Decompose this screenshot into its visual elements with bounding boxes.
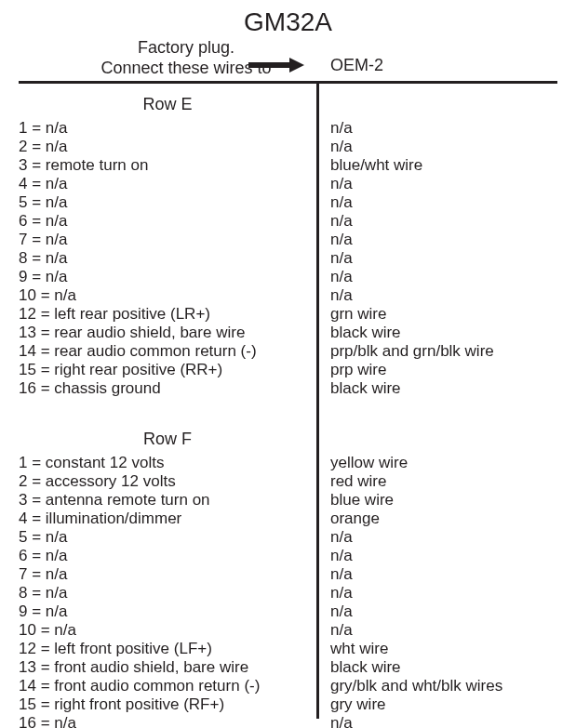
oem-value: n/a (316, 249, 353, 268)
table-row: 6 = n/an/a (19, 547, 557, 565)
pin-description: 4 = illumination/dimmer (19, 510, 316, 528)
pin-description: 14 = front audio common return (-) (19, 677, 316, 695)
row-e-heading: Row E (19, 95, 316, 114)
table-row: 10 = n/an/a (19, 286, 557, 305)
oem-value: prp/blk and grn/blk wire (316, 342, 494, 361)
table-row: 9 = n/an/a (19, 268, 557, 286)
oem-value: n/a (316, 621, 353, 640)
table-row: 2 = n/an/a (19, 138, 557, 156)
table-row: 12 = left front positive (LF+)wht wire (19, 640, 557, 658)
row-f-body: 1 = constant 12 voltsyellow wire2 = acce… (19, 454, 557, 728)
oem-value: n/a (316, 602, 353, 621)
pin-description: 7 = n/a (19, 565, 316, 584)
pin-description: 15 = right rear positive (RR+) (19, 361, 316, 379)
oem-value: n/a (316, 212, 353, 231)
table-row: 4 = illumination/dimmerorange (19, 510, 557, 528)
table-row: 15 = right rear positive (RR+)prp wire (19, 361, 557, 379)
pin-description: 16 = chassis ground (19, 379, 316, 398)
table-row: 6 = n/an/a (19, 212, 557, 231)
pin-description: 2 = n/a (19, 138, 316, 156)
oem-value: n/a (316, 268, 353, 286)
horizontal-rule (19, 81, 557, 84)
oem-value: n/a (316, 547, 353, 565)
oem-value: n/a (316, 565, 353, 584)
table-row: 5 = n/an/a (19, 528, 557, 547)
oem-value: n/a (316, 714, 353, 728)
pin-description: 15 = right front positive (RF+) (19, 695, 316, 714)
oem-value: blue/wht wire (316, 156, 422, 175)
oem-value: yellow wire (316, 454, 408, 472)
oem-value: n/a (316, 528, 353, 547)
pin-description: 1 = n/a (19, 119, 316, 138)
pin-description: 3 = remote turn on (19, 156, 316, 175)
factory-plug-line1: Factory plug. (138, 38, 234, 57)
oem-value: prp wire (316, 361, 386, 379)
pin-description: 4 = n/a (19, 175, 316, 193)
svg-marker-1 (289, 58, 304, 73)
oem-value: black wire (316, 379, 401, 398)
table-row: 8 = n/an/a (19, 249, 557, 268)
pin-description: 5 = n/a (19, 528, 316, 547)
pin-description: 12 = left front positive (LF+) (19, 640, 316, 658)
table-row: 9 = n/an/a (19, 602, 557, 621)
page-title: GM32A (0, 7, 576, 37)
pin-description: 13 = rear audio shield, bare wire (19, 324, 316, 342)
arrow-right-icon (248, 58, 304, 73)
oem-value: n/a (316, 193, 353, 212)
pin-description: 9 = n/a (19, 602, 316, 621)
table-row: 16 = chassis groundblack wire (19, 379, 557, 398)
oem-value: n/a (316, 584, 353, 602)
pin-description: 3 = antenna remote turn on (19, 491, 316, 510)
table-row: 3 = remote turn onblue/wht wire (19, 156, 557, 175)
oem-value: n/a (316, 231, 353, 249)
svg-rect-0 (248, 62, 289, 68)
oem-value: orange (316, 510, 380, 528)
table-row: 10 = n/an/a (19, 621, 557, 640)
table-row: 4 = n/an/a (19, 175, 557, 193)
oem-value: blue wire (316, 491, 394, 510)
pin-description: 10 = n/a (19, 621, 316, 640)
pin-description: 2 = accessory 12 volts (19, 472, 316, 491)
oem-value: black wire (316, 658, 401, 677)
oem-value: red wire (316, 472, 386, 491)
oem-value: n/a (316, 286, 353, 305)
table-row: 8 = n/an/a (19, 584, 557, 602)
pin-description: 5 = n/a (19, 193, 316, 212)
oem-value: n/a (316, 175, 353, 193)
table-row: 12 = left rear positive (LR+)grn wire (19, 305, 557, 324)
pin-description: 1 = constant 12 volts (19, 454, 316, 472)
table-row: 2 = accessory 12 voltsred wire (19, 472, 557, 491)
oem-value: n/a (316, 119, 353, 138)
table-row: 5 = n/an/a (19, 193, 557, 212)
pin-description: 13 = front audio shield, bare wire (19, 658, 316, 677)
row-f-heading: Row F (19, 430, 316, 449)
oem-value: black wire (316, 324, 401, 342)
pin-description: 16 = n/a (19, 714, 316, 728)
oem-value: wht wire (316, 640, 388, 658)
table-row: 13 = front audio shield, bare wireblack … (19, 658, 557, 677)
table-row: 14 = front audio common return (-)gry/bl… (19, 677, 557, 695)
oem-value: gry wire (316, 695, 386, 714)
row-e-body: 1 = n/an/a2 = n/an/a3 = remote turn onbl… (19, 119, 557, 398)
pin-description: 8 = n/a (19, 249, 316, 268)
oem-header: OEM-2 (330, 56, 383, 75)
factory-plug-line2: Connect these wires to (100, 59, 271, 77)
pin-description: 9 = n/a (19, 268, 316, 286)
oem-value: gry/blk and wht/blk wires (316, 677, 502, 695)
table-row: 1 = constant 12 voltsyellow wire (19, 454, 557, 472)
pin-description: 14 = rear audio common return (-) (19, 342, 316, 361)
table-row: 3 = antenna remote turn onblue wire (19, 491, 557, 510)
oem-value: grn wire (316, 305, 386, 324)
pin-description: 12 = left rear positive (LR+) (19, 305, 316, 324)
table-row: 16 = n/an/a (19, 714, 557, 728)
table-row: 7 = n/an/a (19, 565, 557, 584)
pin-description: 6 = n/a (19, 547, 316, 565)
oem-value: n/a (316, 138, 353, 156)
pin-description: 7 = n/a (19, 231, 316, 249)
pin-description: 8 = n/a (19, 584, 316, 602)
table-row: 1 = n/an/a (19, 119, 557, 138)
pin-description: 10 = n/a (19, 286, 316, 305)
table-row: 14 = rear audio common return (-)prp/blk… (19, 342, 557, 361)
table-row: 13 = rear audio shield, bare wireblack w… (19, 324, 557, 342)
table-row: 15 = right front positive (RF+)gry wire (19, 695, 557, 714)
